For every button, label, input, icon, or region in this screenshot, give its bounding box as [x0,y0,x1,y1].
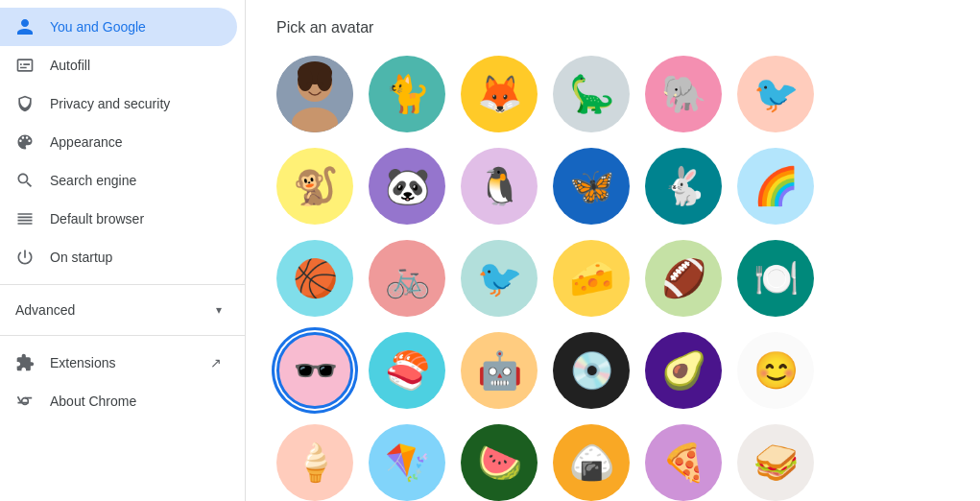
autofill-icon [15,56,35,75]
divider-2 [0,335,245,336]
avatar-item[interactable]: 🐦 [461,240,538,317]
sidebar-advanced[interactable]: Advanced ▾ [0,293,237,327]
avatar-item[interactable]: 🐼 [369,148,445,225]
avatar-item[interactable]: 😊 [737,332,814,409]
avatar-item[interactable]: 🍉 [461,424,538,501]
power-icon [15,248,35,267]
avatar-item[interactable]: 🏈 [645,240,722,317]
svg-point-6 [317,68,332,91]
sidebar-item-label: Search engine [50,173,136,188]
avatar-item[interactable]: 🦊 [461,56,538,132]
avatar-grid: 🐈🦊🦕🐘🐦🐒🐼🐧🦋🐇🌈🏀🚲🐦🧀🏈🍽️🕶️🍣🤖💿🥑😊🍦🪁🍉🍙🍕🥪 [276,56,949,501]
avatar-item[interactable]: 🍣 [369,332,445,409]
sidebar-item-you-google[interactable]: You and Google [0,8,237,46]
browser-icon [15,209,35,228]
puzzle-icon [15,353,35,372]
svg-point-8 [319,83,323,87]
avatar-item[interactable]: 🧀 [553,240,630,317]
avatar-item[interactable]: 🐦 [737,56,814,132]
about-label: About Chrome [50,394,136,409]
avatar-item[interactable]: 🥑 [645,332,722,409]
sidebar-item-label: On startup [50,250,112,265]
avatar-item[interactable]: 🕶️ [276,332,353,409]
sidebar-item-search[interactable]: Search engine [0,161,237,200]
extensions-label: Extensions [50,355,115,370]
sidebar-item-startup[interactable]: On startup [0,238,237,276]
avatar-item[interactable]: 🌈 [737,148,814,225]
sidebar-item-default-browser[interactable]: Default browser [0,200,237,238]
shield-icon [15,94,35,113]
avatar-item[interactable]: 🪁 [369,424,445,501]
sidebar-item-label: Appearance [50,134,123,150]
avatar-item[interactable]: 💿 [553,332,630,409]
avatar-item[interactable]: 🤖 [461,332,538,409]
sidebar-item-label: You and Google [50,19,146,35]
avatar-item[interactable]: 🐒 [276,148,353,225]
main-content: Pick an avatar 🐈🦊🦕🐘🐦🐒🐼🐧🦋🐇🌈🏀🚲🐦🧀🏈🍽️🕶️🍣🤖💿🥑😊… [246,0,980,501]
svg-point-7 [307,83,312,87]
avatar-item[interactable]: 🍽️ [737,240,814,317]
divider-1 [0,284,245,285]
avatar-item[interactable]: 🦕 [553,56,630,132]
sidebar-item-extensions[interactable]: Extensions ↗ [0,344,237,382]
sidebar-item-label: Autofill [50,58,90,73]
avatar-item[interactable]: 🐇 [645,148,722,225]
page-title: Pick an avatar [276,19,949,36]
person-icon [15,17,35,36]
avatar-item[interactable]: 🐧 [461,148,538,225]
sidebar-item-label: Privacy and security [50,96,170,111]
avatar-item[interactable]: 🦋 [553,148,630,225]
search-icon [15,171,35,190]
sidebar: You and Google Autofill Privacy and secu… [0,0,246,501]
advanced-label: Advanced [15,302,75,318]
avatar-item[interactable]: 🐈 [369,56,445,132]
svg-point-5 [298,68,313,91]
avatar-item[interactable]: 🚲 [369,240,445,317]
chrome-icon [15,392,35,411]
avatar-item[interactable]: 🏀 [276,240,353,317]
sidebar-item-about[interactable]: About Chrome [0,382,237,420]
avatar-item[interactable]: 🐘 [645,56,722,132]
avatar-item[interactable]: 🍙 [553,424,630,501]
palette-icon [15,132,35,152]
sidebar-item-autofill[interactable]: Autofill [0,46,237,84]
avatar-item[interactable]: 🍦 [276,424,353,501]
external-link-icon: ↗ [210,355,222,370]
sidebar-item-privacy[interactable]: Privacy and security [0,84,237,123]
sidebar-item-appearance[interactable]: Appearance [0,123,237,161]
chevron-down-icon: ▾ [216,303,222,317]
avatar-item[interactable] [276,56,353,132]
avatar-item[interactable]: 🥪 [737,424,814,501]
avatar-item[interactable]: 🍕 [645,424,722,501]
sidebar-item-label: Default browser [50,211,144,227]
